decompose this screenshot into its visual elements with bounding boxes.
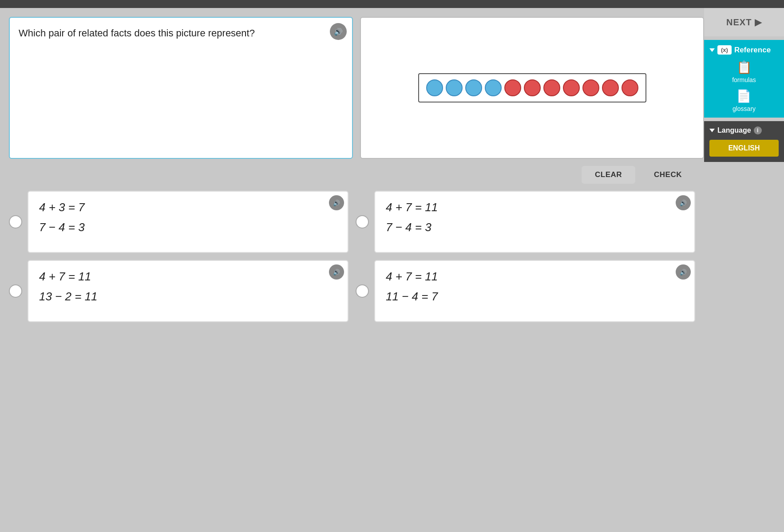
sidebar: NEXT ▶ (x) Reference 📋 formulas 📄 glossa…	[704, 8, 784, 331]
choice-item-a: 🔊 4 + 3 = 7 7 − 4 = 3	[9, 191, 348, 253]
image-box	[360, 17, 704, 159]
main-content: Which pair of related facts does this pi…	[0, 8, 704, 331]
choice-b-sound-button[interactable]: 🔊	[676, 195, 691, 210]
choice-radio-d[interactable]	[356, 284, 369, 298]
formulas-label: formulas	[732, 76, 756, 83]
circles-display	[418, 73, 646, 102]
formulas-icon: 📋	[736, 60, 752, 75]
choice-d-equations: 4 + 7 = 11 11 − 4 = 7	[386, 270, 685, 303]
speaker-icon-d: 🔊	[680, 269, 687, 276]
reference-icon: (x)	[717, 45, 732, 55]
choice-c-line1: 4 + 7 = 11	[39, 270, 339, 284]
glossary-item[interactable]: 📄 glossary	[733, 89, 756, 112]
choice-a-sound-button[interactable]: 🔊	[329, 195, 344, 210]
circle-red-3	[543, 79, 560, 96]
language-panel: Language i ENGLISH	[704, 121, 784, 162]
controls-row: CLEAR CHECK	[9, 166, 704, 184]
choice-item-c: 🔊 4 + 7 = 11 13 − 2 = 11	[9, 260, 348, 322]
glossary-icon: 📄	[736, 89, 752, 103]
choice-radio-b[interactable]	[356, 215, 369, 229]
choice-card-a: 🔊 4 + 3 = 7 7 − 4 = 3	[28, 191, 348, 253]
choice-item-d: 🔊 4 + 7 = 11 11 − 4 = 7	[356, 260, 695, 322]
circle-red-2	[524, 79, 541, 96]
speaker-icon-b: 🔊	[680, 200, 687, 206]
speaker-icon-a: 🔊	[333, 200, 340, 206]
choices-grid: 🔊 4 + 3 = 7 7 − 4 = 3 🔊	[9, 191, 704, 322]
reference-header: (x) Reference	[709, 45, 779, 55]
language-info-icon[interactable]: i	[754, 126, 762, 134]
choice-b-line1: 4 + 7 = 11	[386, 201, 685, 214]
choice-c-line2: 13 − 2 = 11	[39, 290, 339, 303]
language-header: Language i	[709, 126, 762, 134]
question-text: Which pair of related facts does this pi…	[19, 27, 343, 40]
circle-red-5	[582, 79, 599, 96]
speaker-icon: 🔊	[334, 28, 343, 36]
circle-blue-1	[426, 79, 443, 96]
circle-red-1	[504, 79, 521, 96]
choice-radio-a[interactable]	[9, 215, 22, 229]
question-sound-button[interactable]: 🔊	[330, 23, 347, 40]
choice-a-equations: 4 + 3 = 7 7 − 4 = 3	[39, 201, 339, 234]
circle-red-6	[602, 79, 619, 96]
question-row: Which pair of related facts does this pi…	[9, 17, 704, 159]
speaker-icon-c: 🔊	[333, 269, 340, 276]
choice-radio-c[interactable]	[9, 284, 22, 298]
circle-red-4	[563, 79, 580, 96]
choice-d-sound-button[interactable]: 🔊	[676, 264, 691, 280]
choice-item-b: 🔊 4 + 7 = 11 7 − 4 = 3	[356, 191, 695, 253]
reference-panel: (x) Reference 📋 formulas 📄 glossary	[704, 40, 784, 118]
reference-label: Reference	[734, 46, 771, 55]
choice-b-line2: 7 − 4 = 3	[386, 221, 685, 234]
circle-blue-4	[485, 79, 502, 96]
circle-red-7	[622, 79, 638, 96]
choice-b-equations: 4 + 7 = 11 7 − 4 = 3	[386, 201, 685, 234]
choice-a-line1: 4 + 3 = 7	[39, 201, 339, 214]
content-area: Which pair of related facts does this pi…	[9, 17, 704, 322]
choice-d-line2: 11 − 4 = 7	[386, 290, 685, 303]
english-button[interactable]: ENGLISH	[709, 140, 779, 157]
choice-c-sound-button[interactable]: 🔊	[329, 264, 344, 280]
choice-card-b: 🔊 4 + 7 = 11 7 − 4 = 3	[374, 191, 695, 253]
choice-d-line1: 4 + 7 = 11	[386, 270, 685, 284]
clear-button[interactable]: CLEAR	[582, 166, 635, 184]
language-collapse-icon	[709, 129, 715, 132]
top-bar	[0, 0, 784, 8]
choice-card-d: 🔊 4 + 7 = 11 11 − 4 = 7	[374, 260, 695, 322]
check-button[interactable]: CHECK	[641, 166, 695, 184]
next-button[interactable]: NEXT ▶	[704, 8, 784, 36]
glossary-label: glossary	[733, 105, 756, 112]
formulas-item[interactable]: 📋 formulas	[732, 60, 756, 83]
language-label: Language	[717, 126, 751, 134]
question-box: Which pair of related facts does this pi…	[9, 17, 353, 159]
choice-a-line2: 7 − 4 = 3	[39, 221, 339, 234]
choice-c-equations: 4 + 7 = 11 13 − 2 = 11	[39, 270, 339, 303]
reference-collapse-icon	[709, 48, 715, 52]
circle-blue-2	[446, 79, 463, 96]
choice-card-c: 🔊 4 + 7 = 11 13 − 2 = 11	[28, 260, 348, 322]
circle-blue-3	[465, 79, 482, 96]
